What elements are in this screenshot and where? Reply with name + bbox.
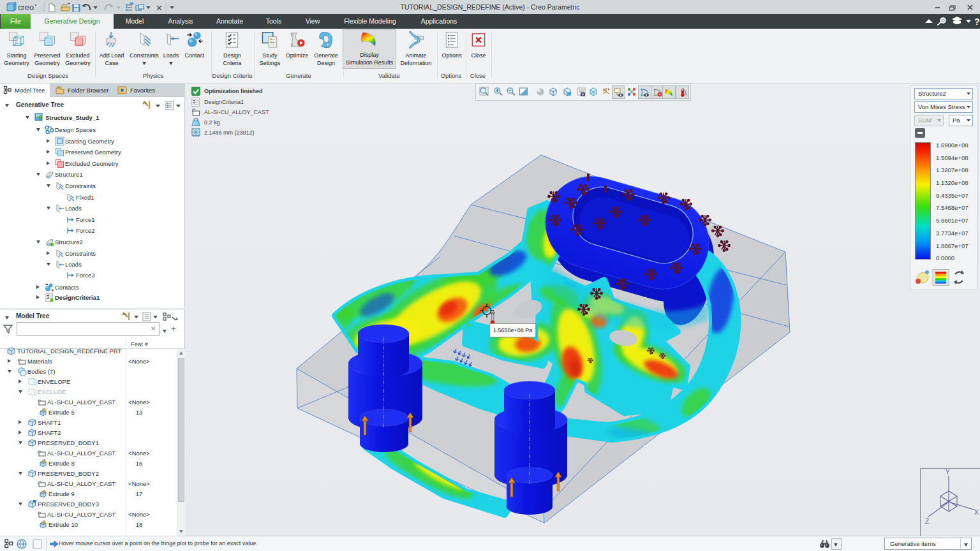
svg-text:Z: Z (925, 518, 929, 525)
svg-text:creo: creo (18, 3, 34, 12)
svg-text:Y: Y (946, 469, 950, 476)
svg-text:X: X (974, 509, 979, 516)
svg-text:?: ? (974, 17, 980, 27)
